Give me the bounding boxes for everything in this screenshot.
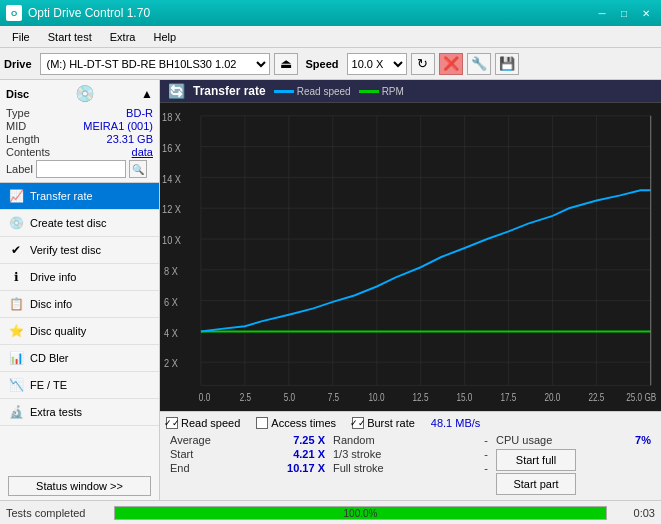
nav-disc-quality-label: Disc quality [30, 325, 86, 337]
legend-read-speed: Read speed [274, 86, 351, 97]
status-window-button[interactable]: Status window >> [8, 476, 151, 496]
nav-disc-info-label: Disc info [30, 298, 72, 310]
stats-col-3: CPU usage 7% Start full Start part [492, 433, 655, 497]
disc-length-value: 23.31 GB [107, 133, 153, 145]
svg-text:25.0 GB: 25.0 GB [626, 392, 656, 403]
nav-disc-quality[interactable]: ⭐ Disc quality [0, 318, 159, 345]
settings-button2[interactable]: 🔧 [467, 53, 491, 75]
chart-title: Transfer rate [193, 84, 266, 98]
burst-rate-value: 48.1 MB/s [431, 417, 481, 429]
svg-text:0.0: 0.0 [199, 392, 210, 403]
random-value: - [484, 434, 488, 446]
read-speed-cb-box[interactable]: ✓ [166, 417, 178, 429]
svg-text:17.5: 17.5 [500, 392, 516, 403]
nav-verify-test-disc[interactable]: ✔ Verify test disc [0, 237, 159, 264]
end-row: End 10.17 X [166, 461, 329, 475]
menu-file[interactable]: File [4, 29, 38, 45]
svg-text:12 X: 12 X [162, 203, 181, 215]
app-icon: O [6, 5, 22, 21]
svg-text:6 X: 6 X [164, 296, 178, 308]
disc-contents-row: Contents data [6, 146, 153, 158]
cd-bler-icon: 📊 [8, 350, 24, 366]
eject-button[interactable]: ⏏ [274, 53, 298, 75]
disc-mid-value: MEIRA1 (001) [83, 120, 153, 132]
disc-expand-icon[interactable]: ▲ [141, 87, 153, 101]
disc-type-label: Type [6, 107, 30, 119]
read-speed-checkbox[interactable]: ✓ Read speed [166, 417, 240, 429]
access-times-checkbox[interactable]: Access times [256, 417, 336, 429]
random-label: Random [333, 434, 375, 446]
nav-fe-te[interactable]: 📉 FE / TE [0, 372, 159, 399]
menu-help[interactable]: Help [145, 29, 184, 45]
status-time: 0:03 [615, 507, 655, 519]
stats-col-2: Random - 1/3 stroke - Full stroke - [329, 433, 492, 497]
svg-text:5.0: 5.0 [284, 392, 295, 403]
legend-rpm: RPM [359, 86, 404, 97]
status-bar: Tests completed 100.0% 0:03 [0, 500, 661, 524]
content-area: 🔄 Transfer rate Read speed RPM [160, 80, 661, 500]
disc-type-value: BD-R [126, 107, 153, 119]
save-button[interactable]: 💾 [495, 53, 519, 75]
cpu-usage-row: CPU usage 7% [492, 433, 655, 447]
maximize-button[interactable]: □ [615, 4, 633, 22]
start-part-button[interactable]: Start part [496, 473, 576, 495]
disc-title: Disc [6, 88, 29, 100]
access-times-cb-label: Access times [271, 417, 336, 429]
burst-rate-cb-box[interactable]: ✓ [352, 417, 364, 429]
disc-length-label: Length [6, 133, 40, 145]
full-stroke-value: - [484, 462, 488, 474]
nav-disc-info[interactable]: 📋 Disc info [0, 291, 159, 318]
legend-rpm-color [359, 90, 379, 93]
nav-extra-tests-label: Extra tests [30, 406, 82, 418]
toolbar: Drive (M:) HL-DT-ST BD-RE BH10LS30 1.02 … [0, 48, 661, 80]
nav-drive-info[interactable]: ℹ Drive info [0, 264, 159, 291]
speed-label: Speed [306, 58, 339, 70]
svg-text:22.5: 22.5 [588, 392, 604, 403]
chart-icon: 🔄 [168, 83, 185, 99]
disc-contents-value[interactable]: data [132, 146, 153, 158]
minimize-button[interactable]: ─ [593, 4, 611, 22]
menu-extra[interactable]: Extra [102, 29, 144, 45]
nav-create-test-disc-label: Create test disc [30, 217, 106, 229]
burst-rate-checkbox[interactable]: ✓ Burst rate [352, 417, 415, 429]
access-times-cb-box[interactable] [256, 417, 268, 429]
start-full-button[interactable]: Start full [496, 449, 576, 471]
stats-col-1: Average 7.25 X Start 4.21 X End 10.17 X [166, 433, 329, 497]
nav-extra-tests[interactable]: 🔬 Extra tests [0, 399, 159, 426]
end-label: End [170, 462, 190, 474]
stats-area: ✓ Read speed Access times ✓ Burst rate 4… [160, 411, 661, 500]
drive-select[interactable]: (M:) HL-DT-ST BD-RE BH10LS30 1.02 [40, 53, 270, 75]
svg-text:12.5: 12.5 [413, 392, 429, 403]
svg-text:16 X: 16 X [162, 142, 181, 154]
create-test-disc-icon: 💿 [8, 215, 24, 231]
burst-rate-cb-label: Burst rate [367, 417, 415, 429]
svg-text:15.0: 15.0 [457, 392, 473, 403]
legend-read-speed-label: Read speed [297, 86, 351, 97]
disc-mid-label: MID [6, 120, 26, 132]
progress-text: 100.0% [115, 507, 606, 521]
nav-transfer-rate-label: Transfer rate [30, 190, 93, 202]
close-button[interactable]: ✕ [637, 4, 655, 22]
start-row: Start 4.21 X [166, 447, 329, 461]
legend-read-speed-color [274, 90, 294, 93]
settings-button1[interactable]: ❌ [439, 53, 463, 75]
chart-svg: 18 X 16 X 14 X 12 X 10 X 8 X 6 X 4 X 2 X… [160, 103, 661, 411]
speed-select[interactable]: 10.0 X [347, 53, 407, 75]
disc-label-button[interactable]: 🔍 [129, 160, 147, 178]
svg-text:8 X: 8 X [164, 265, 178, 277]
drive-info-icon: ℹ [8, 269, 24, 285]
disc-label-row: Label 🔍 [6, 160, 153, 178]
full-stroke-label: Full stroke [333, 462, 384, 474]
one-third-stroke-label: 1/3 stroke [333, 448, 381, 460]
nav-transfer-rate[interactable]: 📈 Transfer rate [0, 183, 159, 210]
cpu-usage-label: CPU usage [496, 434, 552, 446]
disc-label-input[interactable] [36, 160, 126, 178]
nav-create-test-disc[interactable]: 💿 Create test disc [0, 210, 159, 237]
random-row: Random - [329, 433, 492, 447]
disc-icon: 💿 [75, 84, 95, 103]
menu-start-test[interactable]: Start test [40, 29, 100, 45]
refresh-button[interactable]: ↻ [411, 53, 435, 75]
nav-cd-bler[interactable]: 📊 CD Bler [0, 345, 159, 372]
svg-text:7.5: 7.5 [328, 392, 339, 403]
title-bar: O Opti Drive Control 1.70 ─ □ ✕ [0, 0, 661, 26]
